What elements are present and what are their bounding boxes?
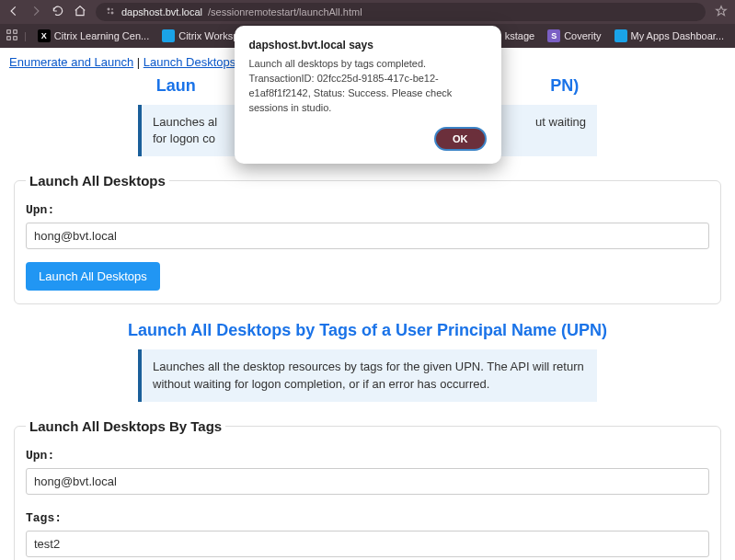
svg-rect-4: [7, 37, 11, 40]
upn-input-tags[interactable]: [26, 468, 709, 495]
svg-point-1: [111, 12, 113, 14]
bookmark-label: kstage: [505, 30, 534, 41]
separator: |: [24, 30, 27, 41]
link-launch-desktops[interactable]: Launch Desktops: [144, 55, 235, 69]
home-icon[interactable]: [74, 5, 86, 20]
section2-callout: Launches all the desktop resources by ta…: [138, 349, 597, 401]
launch-all-desktops-button[interactable]: Launch All Desktops: [26, 262, 160, 291]
panel-launch-all-desktops: Launch All Desktops Upn: Launch All Desk…: [14, 173, 721, 304]
bookmark-item[interactable]: My Apps Dashboar...: [609, 27, 730, 45]
bookmark-favicon: S: [547, 29, 560, 42]
panel-legend: Launch All Desktops: [26, 173, 169, 189]
star-icon[interactable]: [715, 5, 728, 20]
bookmark-item[interactable]: XCitrix Learning Cen...: [32, 27, 155, 45]
svg-rect-3: [14, 30, 17, 34]
tags-label: Tags:: [26, 511, 709, 525]
url-path: /sessionremotestart/launchAll.html: [208, 6, 362, 17]
panel-legend: Launch All Desktops By Tags: [26, 418, 225, 434]
browser-toolbar: dapshost.bvt.local/sessionremotestart/la…: [0, 0, 735, 24]
section2-heading: Launch All Desktops by Tags of a User Pr…: [9, 321, 726, 340]
link-enumerate-launch[interactable]: Enumerate and Launch: [9, 55, 133, 69]
tags-input[interactable]: [26, 531, 709, 557]
upn-label: Upn:: [26, 203, 709, 217]
svg-rect-5: [14, 37, 17, 40]
dialog-title: dapshost.bvt.local says: [249, 39, 487, 51]
bookmark-label: Coverity: [564, 30, 601, 41]
bookmark-favicon: X: [38, 29, 51, 42]
address-bar[interactable]: dapshost.bvt.local/sessionremotestart/la…: [96, 3, 706, 21]
dialog-ok-button[interactable]: OK: [434, 127, 487, 151]
reload-icon[interactable]: [52, 5, 64, 20]
upn-input[interactable]: [26, 223, 709, 249]
bookmark-favicon: [162, 29, 175, 42]
upn-label: Upn:: [26, 449, 709, 463]
svg-rect-2: [7, 30, 11, 34]
apps-grid-icon[interactable]: [6, 29, 18, 43]
back-icon[interactable]: [7, 5, 20, 20]
bookmark-favicon: [614, 29, 627, 42]
panel-launch-by-tags: Launch All Desktops By Tags Upn: Tags: L…: [14, 418, 721, 560]
bookmark-item[interactable]: SCoverity: [542, 27, 606, 45]
forward-icon[interactable]: [29, 5, 42, 20]
dialog-body: Launch all desktops by tags completed. T…: [249, 57, 487, 116]
bookmark-label: My Apps Dashboar...: [631, 30, 725, 41]
url-host: dapshost.bvt.local: [121, 6, 202, 17]
bookmark-label: Citrix Learning Cen...: [54, 30, 149, 41]
svg-point-0: [108, 8, 109, 10]
alert-dialog: dapshost.bvt.local says Launch all deskt…: [235, 26, 501, 164]
site-info-icon[interactable]: [105, 6, 116, 18]
nav-controls: [7, 5, 86, 20]
